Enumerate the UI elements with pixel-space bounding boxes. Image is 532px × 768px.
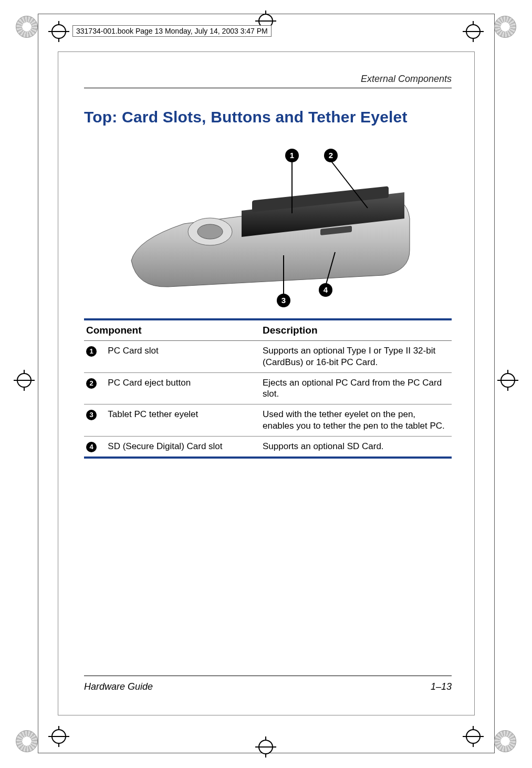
registration-mark-icon: [16, 16, 38, 38]
row-component: SD (Secure Digital) Card slot: [106, 436, 260, 458]
footer-guide-title: Hardware Guide: [84, 681, 153, 692]
row-component: Tablet PC tether eyelet: [106, 404, 260, 437]
table-row: 4 SD (Secure Digital) Card slot Supports…: [84, 436, 452, 458]
crosshair-icon: [255, 736, 276, 757]
figure-callout-4: 4: [319, 283, 332, 297]
figure-callout-4-num: 4: [324, 285, 328, 294]
row-description: Supports an optional SD Card.: [260, 436, 452, 458]
table-header-row: Component Description: [84, 319, 452, 341]
page-footer: Hardware Guide 1–13: [84, 676, 452, 692]
header-description: Description: [260, 319, 452, 341]
figure-callout-3: 3: [277, 294, 290, 307]
printers-mark-text: 331734-001.book Page 13 Monday, July 14,…: [76, 27, 268, 35]
product-figure: 1 2 3 4: [84, 140, 452, 308]
registration-mark-icon: [16, 730, 38, 752]
table-row: 2 PC Card eject button Ejects an optiona…: [84, 372, 452, 404]
figure-callout-3-num: 3: [281, 296, 286, 305]
printers-mark-label: 331734-001.book Page 13 Monday, July 14,…: [72, 25, 272, 37]
crosshair-icon: [497, 370, 518, 391]
crosshair-icon: [48, 726, 69, 747]
registration-mark-icon: [494, 730, 516, 752]
crosshair-icon: [48, 21, 69, 42]
row-description: Ejects an optional PC Card from the PC C…: [260, 372, 452, 404]
running-head: External Components: [84, 74, 452, 88]
crosshair-icon: [14, 370, 35, 391]
crosshair-icon: [463, 21, 484, 42]
figure-callout-1: 1: [285, 149, 299, 162]
header-component: Component: [84, 319, 260, 341]
row-component: PC Card slot: [106, 341, 260, 373]
row-badge: 1: [86, 346, 97, 357]
page-content: External Components Top: Card Slots, But…: [84, 74, 452, 459]
footer-page-number: 1–13: [431, 681, 452, 692]
crosshair-icon: [463, 726, 484, 747]
component-table: Component Description 1 PC Card slot Sup…: [84, 318, 452, 459]
figure-callout-2: 2: [324, 149, 338, 162]
figure-callout-1-num: 1: [290, 151, 294, 160]
row-component: PC Card eject button: [106, 372, 260, 404]
tablet-top-illustration: 1 2 3 4: [121, 140, 415, 308]
table-row: 1 PC Card slot Supports an optional Type…: [84, 341, 452, 373]
registration-mark-icon: [494, 16, 516, 38]
row-description: Supports an optional Type I or Type II 3…: [260, 341, 452, 373]
row-badge: 2: [86, 378, 97, 389]
figure-callout-2-num: 2: [329, 151, 333, 160]
svg-point-2: [197, 224, 223, 239]
row-badge: 3: [86, 410, 97, 420]
row-badge: 4: [86, 442, 97, 452]
row-description: Used with the tether eyelet on the pen, …: [260, 404, 452, 437]
table-row: 3 Tablet PC tether eyelet Used with the …: [84, 404, 452, 437]
section-title: Top: Card Slots, Buttons and Tether Eyel…: [84, 108, 452, 126]
